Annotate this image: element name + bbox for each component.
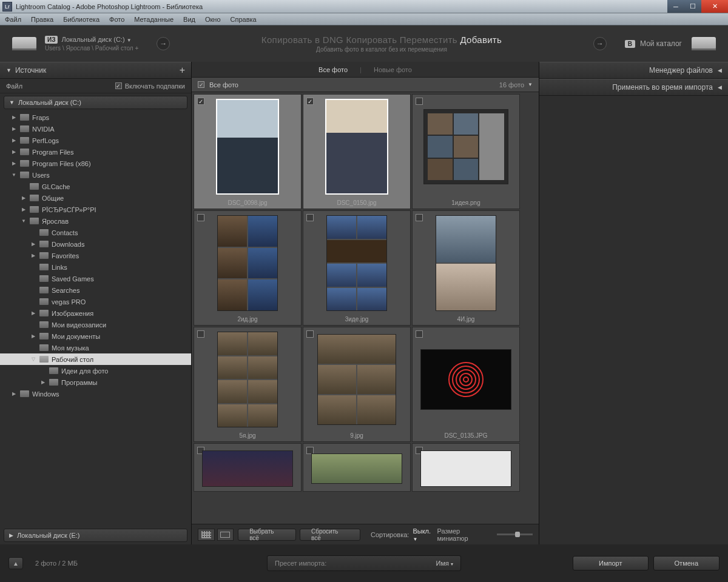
thumb-size-slider[interactable] [497, 534, 533, 535]
menu-library[interactable]: Библиотека [58, 16, 104, 23]
tab-new-photos[interactable]: Новые фото [368, 66, 418, 73]
drive-c-header[interactable]: ▼Локальный диск (C:) [4, 96, 187, 109]
tree-node-selected[interactable]: ▽Рабочий стол [0, 353, 191, 365]
thumbnail-cell[interactable] [303, 443, 411, 492]
triangle-left-icon: ◀ [718, 84, 722, 90]
photo-count: 16 фото [499, 81, 524, 89]
tree-node[interactable]: Links [0, 261, 191, 273]
chevron-down-icon[interactable]: ▼ [528, 82, 533, 87]
tree-node[interactable]: ▶Изображения [0, 307, 191, 319]
tree-node[interactable]: ▶Общие [0, 192, 191, 204]
dest-drive-icon [692, 37, 716, 50]
menu-photo[interactable]: Фото [104, 16, 129, 23]
tree-node[interactable]: ▶Fraps [0, 112, 191, 123]
menu-help[interactable]: Справка [226, 16, 261, 23]
thumbnail-cell[interactable]: 3иде.jpg [303, 210, 411, 326]
loupe-view-button[interactable] [217, 529, 234, 541]
option-copy-dng[interactable]: Копировать в DNG [261, 35, 343, 45]
panel-apply-import-header[interactable]: Применять во время импорта◀ [539, 79, 728, 96]
svg-point-0 [449, 363, 483, 396]
import-preset-dropdown[interactable]: Пресет импорта: Имя ▾ [267, 555, 461, 571]
window-maximize-button[interactable]: ☐ [684, 0, 701, 13]
menu-file[interactable]: Файл [0, 16, 26, 23]
thumbnail-cell[interactable]: 4И.jpg [412, 210, 520, 326]
tree-node[interactable]: ▶Favorites [0, 250, 191, 261]
source-path: Users \ Ярослав \ Рабочий стол + [45, 45, 138, 52]
thumbnail-cell[interactable]: ✓ DSC_0150.jpg [303, 94, 411, 209]
include-subfolders-checkbox[interactable]: ✓Включать подпапки [115, 82, 185, 90]
tab-all-photos[interactable]: Все фото [312, 66, 354, 73]
grid-title: Все фото [209, 81, 238, 89]
panel-source-label: Источник [15, 66, 46, 75]
sort-label: Сортировка: [371, 531, 409, 538]
add-source-icon[interactable]: + [180, 65, 185, 76]
nav-arrow-right[interactable]: → [593, 37, 607, 50]
select-all-checkbox[interactable]: ✓ [198, 81, 204, 88]
drive-e-header[interactable]: ▶Локальный диск (E:) [4, 529, 187, 542]
select-all-button[interactable]: Выбрать всё [238, 529, 296, 541]
thumbnail-cell[interactable]: 1идея.png [412, 94, 520, 209]
thumbnail-cell[interactable]: 2ид.jpg [194, 210, 302, 326]
from-badge: ИЗ [45, 36, 58, 44]
thumbnail-cell[interactable] [412, 443, 520, 492]
option-add[interactable]: Добавить [460, 35, 502, 45]
menu-view[interactable]: Вид [178, 16, 200, 23]
option-copy[interactable]: Копировать [346, 35, 397, 45]
menu-edit[interactable]: Правка [26, 16, 58, 23]
panel-file-manager-header[interactable]: Менеджер файлов◀ [539, 62, 728, 79]
deselect-all-button[interactable]: Сбросить всё [300, 529, 360, 541]
import-button[interactable]: Импорт [573, 556, 648, 570]
sort-value[interactable]: Выкл. ▼ [413, 527, 437, 542]
window-titlebar: Lr Lightroom Catalog - Adobe Photoshop L… [0, 0, 728, 13]
tree-node[interactable]: ▶Program Files [0, 146, 191, 158]
window-minimize-button[interactable]: ─ [667, 0, 684, 13]
thumbnail-cell[interactable]: 9.jpg [303, 327, 411, 442]
destination-label[interactable]: Мой каталог [640, 39, 682, 48]
tree-node[interactable]: Searches [0, 284, 191, 296]
tree-node[interactable]: ▶Windows [0, 388, 191, 400]
source-drive-label[interactable]: Локальный диск (C:) [61, 36, 124, 43]
thumbnail-cell[interactable]: ✓ DSC_0098.jpg [194, 94, 302, 209]
filmstrip-toggle-button[interactable]: ▲ [8, 557, 23, 569]
tree-node[interactable]: Мои видеозаписи [0, 319, 191, 330]
triangle-down-icon: ▼ [6, 67, 12, 73]
tree-node[interactable]: Contacts [0, 227, 191, 238]
tree-node[interactable]: ▶Program Files (x86) [0, 158, 191, 169]
thumbnail-cell[interactable]: 5я.jpg [194, 327, 302, 442]
option-move[interactable]: Переместить [400, 35, 457, 45]
thumbnail-cell[interactable]: DSC_0135.JPG [412, 327, 520, 442]
tree-node[interactable]: vegas PRO [0, 296, 191, 307]
nav-arrow-left[interactable]: → [157, 37, 170, 50]
panel-source-header[interactable]: ▼ Источник + [0, 62, 191, 79]
tree-node[interactable]: ▼Ярослав [0, 215, 191, 227]
tree-node[interactable]: ▶Программы [0, 376, 191, 388]
thumb-size-label: Размер миниатюр [437, 527, 492, 542]
tree-node[interactable]: ▶Downloads [0, 238, 191, 250]
window-close-button[interactable]: ✕ [701, 0, 728, 13]
menu-window[interactable]: Окно [200, 16, 226, 23]
thumbnail-grid: ✓ DSC_0098.jpg ✓ DSC_0150.jpg 1идея.png [192, 92, 539, 524]
to-badge: В [625, 40, 635, 48]
svg-point-3 [460, 373, 472, 386]
tree-node[interactable]: ▶РЇСЂРѕСЃР»Р°РІ [0, 204, 191, 215]
thumbnail-cell[interactable] [194, 443, 302, 492]
menubar: Файл Правка Библиотека Фото Метаданные В… [0, 13, 728, 25]
grid-view-button[interactable] [198, 529, 215, 541]
tree-node[interactable]: Saved Games [0, 273, 191, 284]
tree-node[interactable]: ▶Мои документы [0, 330, 191, 342]
file-label: Файл [6, 82, 22, 90]
menu-metadata[interactable]: Метаданные [129, 16, 178, 23]
cancel-button[interactable]: Отмена [653, 556, 720, 570]
tree-node[interactable]: ▶NVIDIA [0, 123, 191, 135]
tree-node[interactable]: Идеи для фото [0, 365, 191, 376]
tree-node[interactable]: GLCache [0, 181, 191, 192]
triangle-left-icon: ◀ [718, 67, 722, 73]
import-topbar: ИЗЛокальный диск (C:) ▼ Users \ Ярослав … [0, 25, 728, 62]
spiral-icon [445, 358, 487, 401]
svg-point-2 [456, 370, 476, 389]
tree-node[interactable]: ▼Users [0, 169, 191, 181]
tree-node[interactable]: ▶PerfLogs [0, 135, 191, 146]
bottom-bar: ▲ 2 фото / 2 МБ Пресет импорта: Имя ▾ Им… [0, 544, 728, 582]
selection-status: 2 фото / 2 МБ [35, 560, 78, 567]
tree-node[interactable]: Моя музыка [0, 342, 191, 353]
